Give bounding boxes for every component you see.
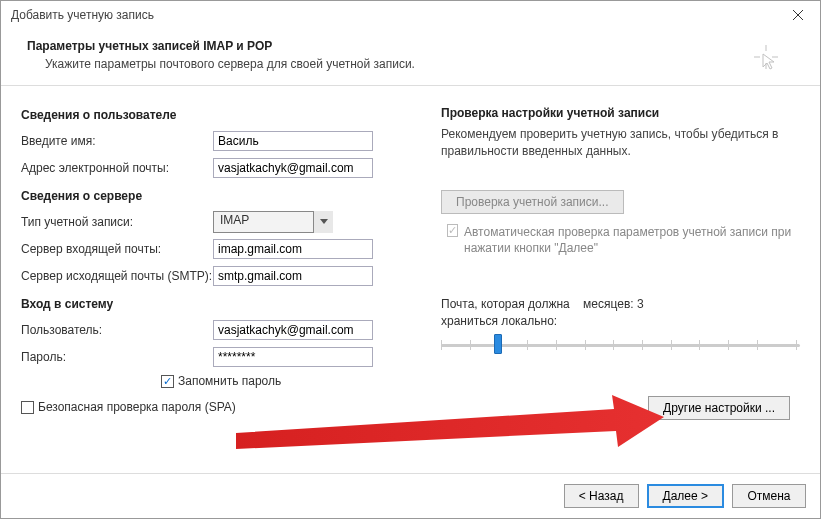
user-input[interactable]	[213, 320, 373, 340]
pass-label: Пароль:	[21, 350, 213, 364]
account-type-select[interactable]: IMAP	[213, 211, 333, 233]
close-button[interactable]	[786, 5, 810, 25]
header-subtitle: Укажите параметры почтового сервера для …	[27, 57, 415, 71]
auto-check-checkbox	[447, 224, 458, 237]
account-type-label: Тип учетной записи:	[21, 215, 213, 229]
test-account-button: Проверка учетной записи...	[441, 190, 624, 214]
header: Параметры учетных записей IMAP и POP Ука…	[1, 29, 820, 86]
incoming-input[interactable]	[213, 239, 373, 259]
chevron-down-icon	[313, 211, 333, 233]
header-title: Параметры учетных записей IMAP и POP	[27, 39, 415, 53]
remember-checkbox[interactable]	[161, 375, 174, 388]
remember-password-row[interactable]: Запомнить пароль	[21, 374, 411, 388]
cursor-icon	[752, 43, 780, 71]
spa-label: Безопасная проверка пароля (SPA)	[38, 400, 236, 414]
storage-label: Почта, которая должна месяцев: 3 хранить…	[441, 296, 800, 330]
other-settings-button[interactable]: Другие настройки ...	[648, 396, 790, 420]
login-section-title: Вход в систему	[21, 297, 411, 311]
next-button[interactable]: Далее >	[647, 484, 725, 508]
storage-slider[interactable]	[441, 336, 800, 366]
back-button[interactable]: < Назад	[564, 484, 639, 508]
auto-check-label: Автоматическая проверка параметров учетн…	[464, 224, 800, 256]
footer: < Назад Далее > Отмена	[1, 473, 820, 518]
spa-row[interactable]: Безопасная проверка пароля (SPA)	[21, 400, 411, 414]
pass-input[interactable]	[213, 347, 373, 367]
cancel-button[interactable]: Отмена	[732, 484, 806, 508]
test-section-title: Проверка настройки учетной записи	[441, 106, 800, 120]
user-label: Пользователь:	[21, 323, 213, 337]
window-title: Добавить учетную запись	[11, 8, 154, 22]
slider-thumb[interactable]	[494, 334, 502, 354]
left-column: Сведения о пользователе Введите имя: Адр…	[21, 106, 411, 420]
outgoing-label: Сервер исходящей почты (SMTP):	[21, 269, 213, 283]
user-section-title: Сведения о пользователе	[21, 108, 411, 122]
dialog-body: Сведения о пользователе Введите имя: Адр…	[1, 86, 820, 430]
spa-checkbox[interactable]	[21, 401, 34, 414]
name-input[interactable]	[213, 131, 373, 151]
incoming-label: Сервер входящей почты:	[21, 242, 213, 256]
outgoing-input[interactable]	[213, 266, 373, 286]
name-label: Введите имя:	[21, 134, 213, 148]
remember-label: Запомнить пароль	[178, 374, 281, 388]
test-text: Рекомендуем проверить учетную запись, чт…	[441, 126, 800, 160]
titlebar: Добавить учетную запись	[1, 1, 820, 29]
server-section-title: Сведения о сервере	[21, 189, 411, 203]
auto-check-row: Автоматическая проверка параметров учетн…	[441, 224, 800, 256]
close-icon	[793, 10, 803, 20]
right-column: Проверка настройки учетной записи Рекоме…	[441, 106, 800, 420]
email-label: Адрес электронной почты:	[21, 161, 213, 175]
email-input[interactable]	[213, 158, 373, 178]
